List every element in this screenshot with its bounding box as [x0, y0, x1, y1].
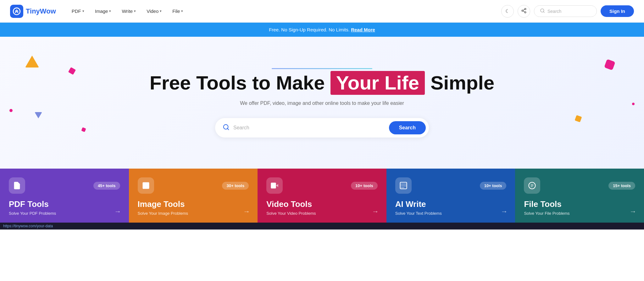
pdf-desc: Solve Your PDF Problems: [9, 211, 120, 216]
logo-svg: [13, 7, 21, 15]
dark-mode-button[interactable]: ☾: [501, 5, 514, 18]
deco-pink-dot3: [632, 103, 635, 105]
tool-cards-row: 45+ tools PDF Tools Solve Your PDF Probl…: [0, 169, 644, 223]
nav-item-write[interactable]: Write ▾: [117, 7, 140, 16]
search-icon: [540, 8, 545, 14]
navbar: TinyWow PDF ▾ Image ▾ Write ▾ Video ▾ Fi…: [0, 0, 644, 23]
file-arrow-icon: →: [630, 208, 636, 216]
hero-search-button[interactable]: Search: [389, 121, 426, 134]
nav-right: ☾ Sign In: [501, 5, 634, 18]
image-arrow-icon: →: [243, 208, 250, 216]
file-title: File Tools: [524, 199, 635, 209]
image-title: Image Tools: [138, 199, 249, 209]
statusbar-url: https://tinywow.com/your-data: [3, 224, 53, 228]
file-desc: Solve Your File Problems: [524, 211, 635, 216]
logo-text: TinyWow: [26, 7, 56, 15]
write-desc: Solve Your Text Problems: [395, 211, 507, 216]
nav-item-file[interactable]: File ▾: [168, 7, 187, 16]
hero-section: Free Tools to Make Your Life Simple We o…: [0, 37, 644, 169]
image-badge: 30+ tools: [222, 182, 249, 190]
chevron-down-icon: ▾: [181, 9, 183, 13]
pdf-icon: [13, 181, 21, 190]
svg-line-7: [543, 12, 544, 13]
nav-menu: PDF ▾ Image ▾ Write ▾ Video ▾ File ▾: [67, 7, 501, 16]
deco-pink-box: [604, 59, 615, 70]
deco-pink-dot: [9, 109, 13, 112]
chevron-down-icon: ▾: [160, 9, 162, 13]
image-icon: [142, 181, 150, 190]
logo-icon: [10, 5, 23, 18]
card-write[interactable]: 10+ tools AI Write Solve Your Text Probl…: [386, 169, 515, 223]
nav-item-pdf[interactable]: PDF ▾: [67, 7, 89, 16]
hero-search-bar: Search: [215, 118, 429, 138]
hero-headline: Free Tools to Make Your Life Simple: [150, 71, 494, 95]
video-arrow-icon: →: [372, 208, 379, 216]
deco-pink-gem: [68, 67, 76, 75]
svg-line-4: [523, 11, 525, 12]
image-icon-wrap: [138, 177, 154, 194]
headline-pre: Free Tools to Make: [150, 72, 325, 94]
video-badge: 10+ tools: [351, 182, 378, 190]
video-desc: Solve Your Video Problems: [266, 211, 378, 216]
chevron-down-icon: ▾: [109, 9, 111, 13]
deco-line: [272, 68, 372, 69]
banner-read-more-link[interactable]: Read More: [351, 27, 375, 32]
chevron-down-icon: ▾: [82, 9, 84, 13]
pdf-badge: 45+ tools: [93, 182, 120, 190]
site-logo[interactable]: TinyWow: [10, 5, 56, 18]
hero-subtext: We offer PDF, video, image and other onl…: [240, 100, 404, 106]
nav-item-video[interactable]: Video ▾: [142, 7, 166, 16]
nav-search-input[interactable]: [547, 9, 585, 14]
chevron-down-icon: ▾: [134, 9, 136, 13]
banner-text: Free. No Sign-Up Required. No Limits.: [269, 27, 350, 32]
image-desc: Solve Your Image Problems: [138, 211, 249, 216]
svg-point-13: [144, 184, 145, 185]
file-icon-wrap: [524, 177, 540, 194]
signin-button[interactable]: Sign In: [601, 5, 634, 17]
svg-line-9: [227, 128, 229, 130]
file-badge: 15+ tools: [608, 182, 635, 190]
moon-icon: ☾: [505, 8, 510, 14]
deco-orange-triangle: [25, 56, 39, 68]
card-file[interactable]: 15+ tools File Tools Solve Your File Pro…: [515, 169, 644, 223]
video-icon: [270, 181, 279, 190]
logo-text-accent: Wow: [40, 7, 56, 15]
statusbar: https://tinywow.com/your-data: [0, 223, 644, 230]
pdf-icon-wrap: [9, 177, 25, 194]
share-icon: [521, 8, 527, 15]
write-icon-wrap: [395, 177, 412, 194]
share-button[interactable]: [518, 5, 530, 18]
hero-search-input[interactable]: [233, 125, 389, 131]
promo-banner: Free. No Sign-Up Required. No Limits. Re…: [0, 23, 644, 37]
video-icon-wrap: [266, 177, 283, 194]
card-image[interactable]: 30+ tools Image Tools Solve Your Image P…: [129, 169, 258, 223]
video-title: Video Tools: [266, 199, 378, 209]
logo-text-plain: Tiny: [26, 7, 40, 15]
nav-item-image[interactable]: Image ▾: [91, 7, 116, 16]
write-title: AI Write: [395, 199, 507, 209]
headline-highlight: Your Life: [330, 71, 425, 95]
headline-post: Simple: [430, 72, 494, 94]
svg-marker-15: [276, 184, 278, 187]
svg-rect-14: [271, 183, 276, 189]
hero-search-icon: [223, 124, 230, 132]
deco-pink-dot2: [81, 127, 86, 132]
write-badge: 10+ tools: [480, 182, 507, 190]
pdf-title: PDF Tools: [9, 199, 120, 209]
nav-search-box[interactable]: [534, 5, 597, 17]
deco-orange-box: [575, 115, 582, 122]
pdf-arrow-icon: →: [114, 208, 121, 216]
svg-line-5: [523, 9, 525, 10]
file-icon: [528, 181, 536, 190]
write-arrow-icon: →: [501, 208, 508, 216]
card-pdf[interactable]: 45+ tools PDF Tools Solve Your PDF Probl…: [0, 169, 129, 223]
card-video[interactable]: 10+ tools Video Tools Solve Your Video P…: [258, 169, 386, 223]
write-icon: [399, 181, 408, 190]
deco-blue-triangle: [35, 112, 42, 118]
